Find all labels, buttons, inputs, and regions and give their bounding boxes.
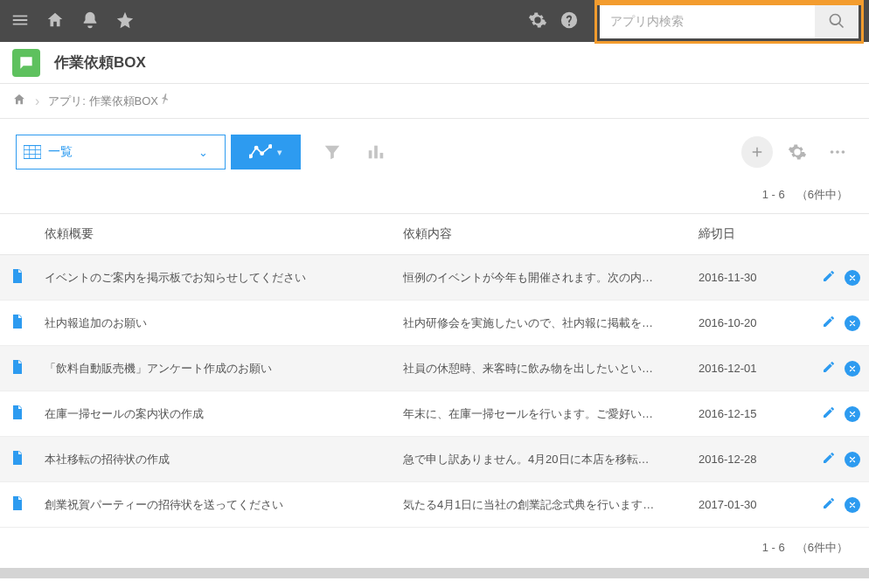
help-icon[interactable] bbox=[560, 10, 579, 32]
filter-button[interactable] bbox=[313, 135, 351, 169]
bell-icon[interactable] bbox=[80, 10, 100, 32]
column-header-deadline[interactable]: 締切日 bbox=[690, 214, 797, 255]
table-row[interactable]: 創業祝賀パーティーの招待状を送ってください気たる4月1日に当社の創業記念式典を行… bbox=[0, 482, 869, 528]
chevron-down-icon: ▾ bbox=[277, 147, 282, 158]
edit-button[interactable] bbox=[822, 269, 836, 286]
cell-summary: イベントのご案内を掲示板でお知らせしてください bbox=[36, 255, 394, 301]
toolbar: 一覧 ⌄ ▾ bbox=[0, 119, 869, 182]
cell-summary: 本社移転の招待状の作成 bbox=[36, 437, 394, 482]
svg-rect-10 bbox=[374, 146, 378, 159]
cell-summary: 在庫一掃セールの案内状の作成 bbox=[36, 391, 394, 437]
add-button[interactable] bbox=[741, 136, 773, 168]
gear-icon[interactable] bbox=[528, 10, 547, 32]
cell-summary: 「飲料自動販売機」アンケート作成のお願い bbox=[36, 346, 394, 391]
chevron-right-icon: › bbox=[35, 93, 39, 109]
cell-summary: 社内報追加のお願い bbox=[36, 301, 394, 346]
graph-button[interactable]: ▾ bbox=[231, 135, 301, 169]
bar-chart-icon bbox=[366, 142, 386, 162]
gear-icon bbox=[788, 142, 807, 162]
cell-deadline: 2016-11-30 bbox=[690, 255, 797, 301]
edit-button[interactable] bbox=[822, 315, 836, 331]
document-icon bbox=[11, 315, 24, 329]
svg-point-8 bbox=[269, 145, 272, 148]
line-chart-icon bbox=[249, 143, 272, 161]
cell-content: 恒例のイベントが今年も開催されます。次の内… bbox=[394, 255, 690, 301]
more-button[interactable] bbox=[822, 136, 853, 168]
search-button[interactable] bbox=[815, 3, 859, 38]
settings-button[interactable] bbox=[782, 136, 813, 168]
menu-icon[interactable] bbox=[10, 10, 30, 32]
table-row[interactable]: 社内報追加のお願い社内研修会を実施したいので、社内報に掲載を…2016-10-2… bbox=[0, 301, 869, 346]
cell-deadline: 2016-10-20 bbox=[690, 301, 797, 346]
table-row[interactable]: 本社移転の招待状の作成急で申し訳ありません。4月20日に本店を移転…2016-1… bbox=[0, 437, 869, 482]
global-nav bbox=[0, 0, 869, 42]
search-icon bbox=[828, 12, 845, 30]
cell-content: 社内研修会を実施したいので、社内報に掲載を… bbox=[394, 301, 690, 346]
document-icon bbox=[11, 496, 24, 510]
cell-content: 急で申し訳ありません。4月20日に本店を移転… bbox=[394, 437, 690, 482]
filter-icon bbox=[323, 142, 342, 162]
more-horizontal-icon bbox=[828, 142, 847, 162]
column-header-content[interactable]: 依頼内容 bbox=[394, 214, 690, 255]
app-title: 作業依頼BOX bbox=[54, 52, 146, 73]
delete-button[interactable] bbox=[845, 406, 860, 422]
document-icon bbox=[11, 269, 24, 283]
cell-content: 年末に、在庫一掃セールを行います。ご愛好い… bbox=[394, 391, 690, 437]
delete-button[interactable] bbox=[845, 497, 860, 513]
edit-button[interactable] bbox=[822, 360, 836, 377]
document-icon bbox=[11, 451, 24, 465]
edit-button[interactable] bbox=[822, 496, 836, 513]
pagination-top: 1 - 6 （6件中） bbox=[0, 182, 869, 213]
cell-deadline: 2017-01-30 bbox=[690, 482, 797, 528]
delete-button[interactable] bbox=[845, 270, 860, 286]
delete-button[interactable] bbox=[845, 315, 860, 331]
table-row[interactable]: 「飲料自動販売機」アンケート作成のお願い社員の休憩時、来客時に飲み物を出したいと… bbox=[0, 346, 869, 391]
svg-point-7 bbox=[261, 152, 263, 155]
svg-point-13 bbox=[836, 150, 839, 154]
cell-deadline: 2016-12-28 bbox=[690, 437, 797, 482]
svg-point-5 bbox=[249, 155, 252, 157]
pin-icon[interactable] bbox=[158, 93, 172, 109]
view-label: 一覧 bbox=[48, 144, 198, 160]
svg-rect-11 bbox=[380, 153, 384, 158]
column-header-summary[interactable]: 依頼概要 bbox=[36, 214, 394, 255]
app-logo-icon bbox=[12, 49, 40, 77]
pagination-bottom: 1 - 6 （6件中） bbox=[0, 528, 869, 568]
edit-button[interactable] bbox=[822, 405, 836, 422]
table-row[interactable]: 在庫一掃セールの案内状の作成年末に、在庫一掃セールを行います。ご愛好い…2016… bbox=[0, 391, 869, 437]
cell-content: 気たる4月1日に当社の創業記念式典を行います… bbox=[394, 482, 690, 528]
svg-point-14 bbox=[842, 150, 845, 154]
cell-summary: 創業祝賀パーティーの招待状を送ってください bbox=[36, 482, 394, 528]
svg-point-12 bbox=[831, 150, 834, 154]
home-icon[interactable] bbox=[45, 10, 65, 32]
footer-stripe bbox=[0, 568, 869, 578]
search-container bbox=[600, 3, 859, 38]
breadcrumb: › アプリ: 作業依頼BOX bbox=[0, 84, 869, 119]
app-header: 作業依頼BOX bbox=[0, 42, 869, 84]
plus-icon bbox=[749, 144, 765, 160]
search-input[interactable] bbox=[600, 14, 815, 28]
delete-button[interactable] bbox=[845, 452, 860, 467]
records-table: 依頼概要 依頼内容 締切日 イベントのご案内を掲示板でお知らせしてください恒例の… bbox=[0, 213, 869, 528]
document-icon bbox=[11, 405, 24, 419]
bar-chart-button[interactable] bbox=[357, 135, 395, 169]
chevron-down-icon: ⌄ bbox=[198, 146, 225, 159]
svg-rect-0 bbox=[24, 146, 41, 159]
list-view-icon bbox=[17, 145, 48, 159]
svg-rect-9 bbox=[369, 150, 372, 158]
cell-deadline: 2016-12-01 bbox=[690, 346, 797, 391]
edit-button[interactable] bbox=[822, 451, 836, 467]
view-selector[interactable]: 一覧 ⌄ bbox=[16, 135, 226, 169]
cell-deadline: 2016-12-15 bbox=[690, 391, 797, 437]
svg-point-6 bbox=[255, 147, 258, 149]
table-row[interactable]: イベントのご案内を掲示板でお知らせしてください恒例のイベントが今年も開催されます… bbox=[0, 255, 869, 301]
delete-button[interactable] bbox=[845, 361, 860, 377]
star-icon[interactable] bbox=[115, 10, 135, 32]
breadcrumb-home-icon[interactable] bbox=[12, 93, 26, 109]
cell-content: 社員の休憩時、来客時に飲み物を出したいとい… bbox=[394, 346, 690, 391]
breadcrumb-label: アプリ: 作業依頼BOX bbox=[48, 93, 158, 109]
document-icon bbox=[11, 360, 24, 374]
